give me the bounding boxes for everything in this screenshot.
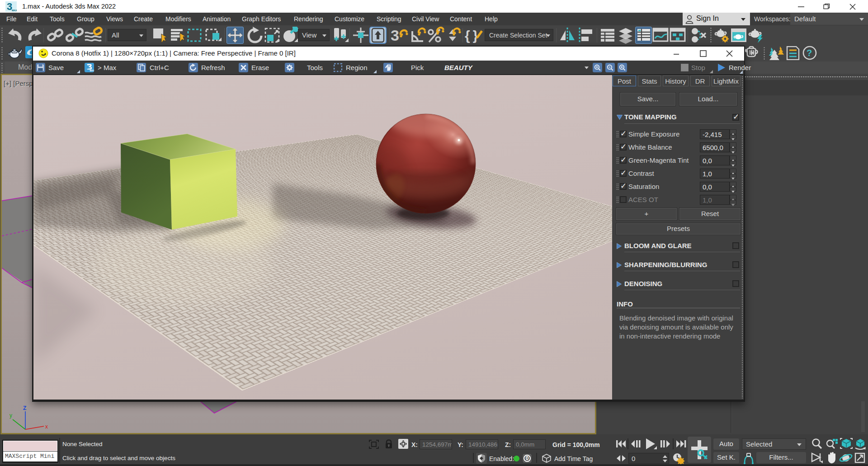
svg-text:?: ?: [807, 48, 812, 58]
svg-text:{ }: { }: [465, 28, 478, 43]
svg-text:3: 3: [391, 27, 399, 44]
svg-text:Z: Z: [23, 405, 26, 411]
svg-text:MAX: MAX: [90, 70, 94, 72]
svg-text:y: y: [9, 412, 12, 419]
svg-text:x: x: [45, 424, 48, 430]
svg-text:MAX: MAX: [12, 9, 17, 12]
svg-text:[+] [Persp: [+] [Persp: [4, 80, 33, 87]
